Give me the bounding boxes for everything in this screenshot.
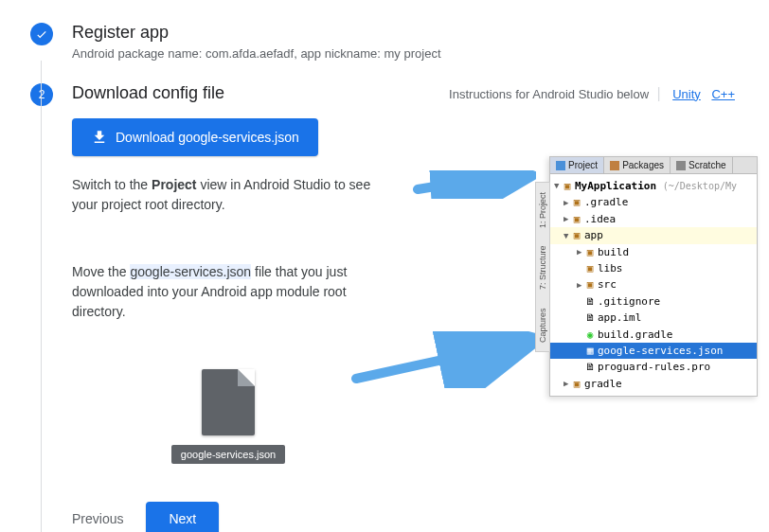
tree-project-root[interactable]: ▼▣MyApplication (~/Desktop/My bbox=[550, 178, 757, 194]
tree-google-services-file[interactable]: ▦google-services.json bbox=[550, 343, 757, 359]
file-thumbnail: google-services.json bbox=[72, 369, 384, 464]
file-document-icon bbox=[202, 369, 255, 435]
ide-tab-project[interactable]: Project bbox=[550, 157, 604, 173]
ide-tab-scratches[interactable]: Scratche bbox=[671, 157, 732, 173]
step-connector-line bbox=[41, 61, 42, 532]
download-icon bbox=[91, 129, 108, 146]
previous-button[interactable]: Previous bbox=[72, 511, 123, 526]
tree-app-dir[interactable]: ▼▣app bbox=[550, 227, 757, 243]
file-thumbnail-label: google-services.json bbox=[171, 445, 285, 464]
tree-build-dir[interactable]: ▶▣build bbox=[550, 244, 757, 260]
link-cpp[interactable]: C++ bbox=[711, 87, 735, 101]
tree-proguard-file[interactable]: 🗎proguard-rules.pro bbox=[550, 359, 757, 375]
tree-libs-dir[interactable]: ▣libs bbox=[550, 260, 757, 276]
instructions-label: Instructions for Android Studio below bbox=[449, 87, 649, 101]
svg-rect-2 bbox=[676, 161, 686, 170]
tree-appiml-file[interactable]: 🗎app.iml bbox=[550, 310, 757, 326]
download-button-label: Download google-services.json bbox=[116, 130, 299, 145]
tree-gradle-dir[interactable]: ▶▣.gradle bbox=[550, 194, 757, 210]
download-button[interactable]: Download google-services.json bbox=[72, 118, 318, 156]
instruction-para-1: Switch to the Project view in Android St… bbox=[72, 175, 384, 215]
tree-src-dir[interactable]: ▶▣src bbox=[550, 276, 757, 293]
tree-idea-dir[interactable]: ▶▣.idea bbox=[550, 211, 757, 227]
link-unity[interactable]: Unity bbox=[672, 87, 701, 101]
step-1-check-icon bbox=[30, 23, 53, 45]
svg-rect-0 bbox=[556, 161, 565, 170]
ide-tabs: Project Packages Scratche bbox=[550, 157, 757, 174]
step-2-number-badge: 2 bbox=[30, 83, 53, 106]
ide-tree: ▼▣MyApplication (~/Desktop/My ▶▣.gradle … bbox=[550, 174, 757, 396]
tree-gradle2-dir[interactable]: ▶▣gradle bbox=[550, 376, 757, 392]
next-button[interactable]: Next bbox=[146, 502, 219, 532]
step-2: 2 Download config file Instructions for … bbox=[30, 83, 739, 532]
ide-project-panel: Captures 7: Structure 1: Project Project… bbox=[549, 156, 758, 397]
ide-tab-packages[interactable]: Packages bbox=[604, 157, 671, 173]
step-1: Register app Android package name: com.a… bbox=[30, 23, 739, 61]
tree-buildgradle-file[interactable]: ◉build.gradle bbox=[550, 327, 757, 343]
step-1-title: Register app bbox=[72, 23, 739, 43]
svg-rect-1 bbox=[610, 161, 619, 170]
step-1-subtitle: Android package name: com.afda.aefadf, a… bbox=[72, 46, 739, 61]
instruction-para-2: Move the google-services.json file that … bbox=[72, 262, 384, 322]
tree-gitignore-file[interactable]: 🗎.gitignore bbox=[550, 293, 757, 310]
step-2-title: Download config file bbox=[72, 83, 224, 103]
ide-left-sidebar: Captures 7: Structure 1: Project bbox=[535, 182, 550, 352]
